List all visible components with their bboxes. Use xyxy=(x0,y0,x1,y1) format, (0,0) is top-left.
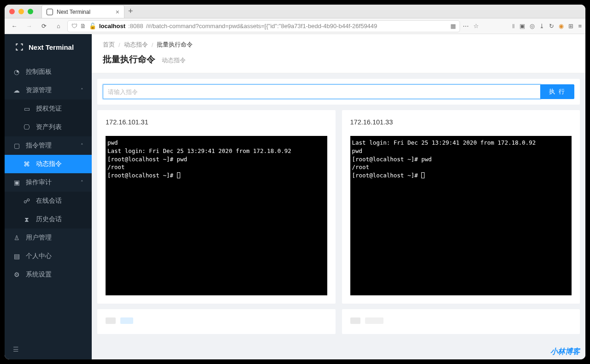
terminal-card: 172.16.101.33 Last login: Fri Dec 25 13:… xyxy=(342,110,580,304)
window-zoom-button[interactable] xyxy=(28,9,33,14)
sidebar-item-settings[interactable]: ⚙ 系统设置 xyxy=(5,265,92,284)
qr-icon[interactable]: ▦ xyxy=(450,23,456,29)
app-logo[interactable]: Next Terminal xyxy=(5,34,92,60)
download-icon[interactable]: ⤓ xyxy=(539,23,544,30)
page-subtitle: 动态指令 xyxy=(162,56,186,65)
link-icon: ☍ xyxy=(23,197,30,205)
chevron-up-icon: ˄ xyxy=(81,180,83,186)
cloud-icon: ☁ xyxy=(13,87,20,94)
url-port: :8088 xyxy=(128,23,143,29)
sidebar-item-history-session[interactable]: ⧗ 历史会话 xyxy=(5,210,92,229)
app-name: Next Terminal xyxy=(29,43,74,51)
back-button[interactable]: ← xyxy=(8,20,20,32)
execute-button[interactable]: 执 行 xyxy=(540,84,574,99)
id-card-icon: ▭ xyxy=(23,105,30,112)
chevron-up-icon: ˄ xyxy=(81,88,83,94)
gear-icon: ⚙ xyxy=(13,271,20,278)
breadcrumb: 首页 / 动态指令 / 批量执行命令 xyxy=(103,41,574,49)
window-close-button[interactable] xyxy=(9,9,15,14)
desktop-icon: 🖵 xyxy=(23,123,30,131)
audit-icon: ▣ xyxy=(13,179,20,186)
sidebar-collapse-button[interactable]: ☰ xyxy=(5,339,92,359)
loading-card xyxy=(97,309,336,334)
skeleton-block xyxy=(106,317,116,324)
code-icon: ▢ xyxy=(13,142,20,149)
sidebar-icon[interactable]: ▣ xyxy=(519,23,525,30)
page-info-icon: 🗎 xyxy=(80,23,86,29)
extension-icon[interactable]: ◉ xyxy=(559,23,564,30)
loading-card xyxy=(342,309,580,334)
url-path: /#/batch-command?command=pwd&assets=[{"i… xyxy=(146,23,378,29)
sidebar: Next Terminal ◔ 控制面板 ☁ 资源管理 ˄ ▭ 授权凭证 🖵 xyxy=(5,34,92,359)
terminal-output[interactable]: pwd Last login: Fri Dec 25 13:29:41 2020… xyxy=(106,136,327,295)
breadcrumb-current: 批量执行命令 xyxy=(157,41,193,49)
address-bar[interactable]: 🛡︎ 🗎 🔓 localhost:8088/#/batch-command?co… xyxy=(67,20,460,32)
chevron-up-icon: ˄ xyxy=(81,143,83,149)
forward-button[interactable]: → xyxy=(23,20,35,32)
sidebar-item-dynamic-command[interactable]: ⌘ 动态指令 xyxy=(5,155,92,173)
new-tab-button[interactable]: + xyxy=(128,6,133,16)
sidebar-item-profile[interactable]: ▤ 个人中心 xyxy=(5,247,92,265)
terminal-host: 172.16.101.33 xyxy=(350,118,572,126)
breadcrumb-home[interactable]: 首页 xyxy=(103,41,115,49)
sidebar-item-audit[interactable]: ▣ 操作审计 ˄ xyxy=(5,173,92,192)
terminal-output[interactable]: Last login: Fri Dec 25 13:29:41 2020 fro… xyxy=(350,136,572,295)
sidebar-item-assets[interactable]: 🖵 资产列表 xyxy=(5,118,92,136)
skeleton-block xyxy=(365,317,384,324)
sync-icon[interactable]: ↻ xyxy=(549,23,554,30)
bookmark-star-icon[interactable]: ☆ xyxy=(473,23,479,29)
terminal-card: 172.16.101.31 pwd Last login: Fri Dec 25… xyxy=(97,110,336,304)
browser-titlebar: Next Terminal × + xyxy=(5,5,585,18)
skeleton-block xyxy=(350,317,360,324)
home-button[interactable]: ⌂ xyxy=(53,20,65,32)
extensions-icon[interactable]: ⊞ xyxy=(568,23,573,30)
app-menu-icon[interactable]: ≡ xyxy=(578,23,582,30)
sidebar-item-dashboard[interactable]: ◔ 控制面板 xyxy=(5,63,92,81)
sidebar-item-online-session[interactable]: ☍ 在线会话 xyxy=(5,192,92,210)
library-icon[interactable]: ⫴ xyxy=(512,23,515,30)
main-content: 首页 / 动态指令 / 批量执行命令 批量执行命令 动态指令 执 行 172.1… xyxy=(92,34,585,359)
breadcrumb-mid[interactable]: 动态指令 xyxy=(124,41,148,49)
favicon-icon xyxy=(47,9,53,15)
terminal-host: 172.16.101.31 xyxy=(106,118,327,126)
history-icon: ⧗ xyxy=(23,216,30,223)
command-panel: 执 行 xyxy=(97,79,580,105)
shield-icon: 🛡︎ xyxy=(71,23,77,29)
dashboard-icon: ◔ xyxy=(13,68,20,76)
thunder-icon: ⌘ xyxy=(23,160,30,168)
page-title: 批量执行命令 xyxy=(103,53,155,65)
profile-icon: ▤ xyxy=(13,252,20,260)
reload-button[interactable]: ⟳ xyxy=(38,20,50,32)
sidebar-item-users[interactable]: ♙ 用户管理 xyxy=(5,229,92,247)
tab-title: Next Terminal xyxy=(57,9,90,15)
skeleton-block xyxy=(120,317,133,324)
browser-toolbar: ← → ⟳ ⌂ 🛡︎ 🗎 🔓 localhost:8088/#/batch-co… xyxy=(5,18,585,34)
more-icon[interactable]: ⋯ xyxy=(463,23,469,29)
url-host: localhost xyxy=(99,23,125,29)
sidebar-item-credential[interactable]: ▭ 授权凭证 xyxy=(5,100,92,118)
logo-icon xyxy=(15,42,24,52)
window-minimize-button[interactable] xyxy=(18,9,24,14)
sidebar-item-commands[interactable]: ▢ 指令管理 ˄ xyxy=(5,136,92,155)
sidebar-item-resource[interactable]: ☁ 资源管理 ˄ xyxy=(5,81,92,100)
watermark: 小林博客 xyxy=(550,347,580,357)
account-icon[interactable]: ◎ xyxy=(530,23,535,30)
user-icon: ♙ xyxy=(13,234,20,241)
page-header: 首页 / 动态指令 / 批量执行命令 批量执行命令 动态指令 xyxy=(92,34,585,73)
command-input[interactable] xyxy=(103,84,540,99)
tab-close-button[interactable]: × xyxy=(116,8,119,16)
browser-tab[interactable]: Next Terminal × xyxy=(41,5,124,18)
lock-open-icon: 🔓 xyxy=(89,23,96,29)
